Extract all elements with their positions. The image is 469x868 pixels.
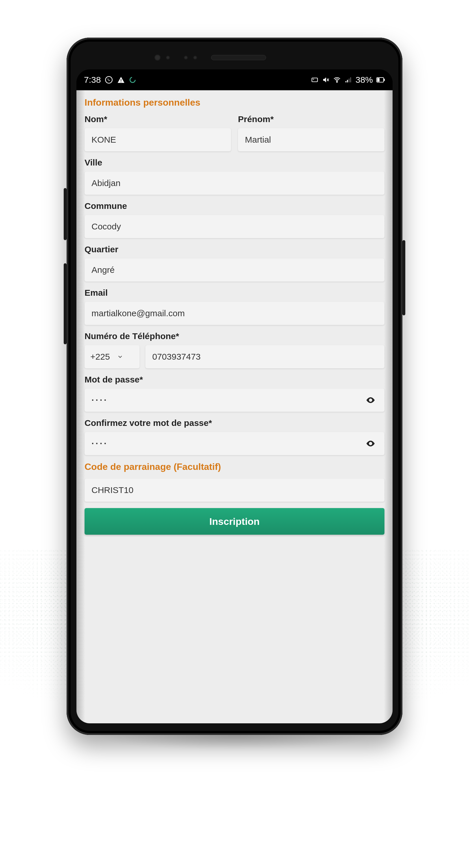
quartier-input[interactable] bbox=[91, 265, 378, 275]
password-confirm-field[interactable]: ···· bbox=[85, 432, 384, 455]
password-confirm-mask: ···· bbox=[91, 439, 108, 448]
volume-down-button bbox=[64, 263, 66, 344]
label-password-confirm: Confirmez votre mot de passe* bbox=[85, 418, 384, 428]
commune-input[interactable] bbox=[91, 222, 378, 231]
commune-field[interactable] bbox=[85, 215, 384, 238]
prenom-input[interactable] bbox=[245, 135, 378, 145]
phone-input[interactable] bbox=[152, 352, 378, 362]
power-button bbox=[403, 240, 405, 315]
chevron-down-icon bbox=[117, 353, 123, 360]
svg-rect-12 bbox=[350, 77, 351, 82]
svg-point-17 bbox=[370, 443, 372, 444]
toggle-password-confirm-visibility-icon[interactable] bbox=[363, 437, 378, 451]
country-code-value: +225 bbox=[90, 352, 110, 362]
status-bar: 7:38 bbox=[77, 69, 392, 90]
mute-icon bbox=[322, 76, 329, 84]
email-input[interactable] bbox=[91, 308, 378, 318]
svg-rect-2 bbox=[121, 82, 121, 82]
label-telephone: Numéro de Téléphone* bbox=[85, 331, 384, 341]
svg-rect-9 bbox=[345, 81, 346, 82]
section-title-referral: Code de parrainage (Facultatif) bbox=[85, 462, 384, 472]
whatsapp-icon bbox=[105, 76, 113, 84]
label-prenom: Prénom* bbox=[238, 114, 384, 124]
quartier-field[interactable] bbox=[85, 258, 384, 281]
sensor-icon bbox=[166, 56, 170, 60]
warning-icon bbox=[117, 76, 125, 84]
battery-percent: 38% bbox=[355, 75, 373, 85]
password-mask: ···· bbox=[91, 395, 108, 405]
submit-button[interactable]: Inscription bbox=[85, 508, 384, 535]
prenom-field[interactable] bbox=[238, 128, 384, 151]
earpiece-speaker bbox=[211, 55, 266, 60]
svg-rect-1 bbox=[121, 79, 121, 81]
label-nom: Nom* bbox=[85, 114, 231, 124]
phone-screen: 7:38 bbox=[77, 69, 392, 723]
svg-rect-4 bbox=[312, 78, 318, 82]
label-email: Email bbox=[85, 288, 384, 298]
svg-point-8 bbox=[336, 81, 337, 82]
password-field[interactable]: ···· bbox=[85, 389, 384, 412]
svg-rect-5 bbox=[313, 79, 314, 80]
ville-field[interactable] bbox=[85, 172, 384, 195]
ville-input[interactable] bbox=[91, 178, 378, 188]
svg-point-0 bbox=[106, 76, 112, 83]
section-title-personal: Informations personnelles bbox=[85, 97, 384, 108]
email-field[interactable] bbox=[85, 302, 384, 325]
phone-top-hardware bbox=[66, 48, 403, 68]
card-icon bbox=[311, 76, 319, 84]
svg-rect-10 bbox=[347, 80, 348, 83]
svg-point-16 bbox=[370, 399, 372, 401]
toggle-password-visibility-icon[interactable] bbox=[363, 393, 378, 407]
signal-icon bbox=[345, 76, 352, 84]
nom-field[interactable] bbox=[85, 128, 231, 151]
status-time: 7:38 bbox=[84, 75, 101, 85]
phone-frame: 7:38 bbox=[66, 38, 403, 735]
referral-field[interactable] bbox=[85, 478, 384, 502]
label-ville: Ville bbox=[85, 158, 384, 167]
referral-input[interactable] bbox=[91, 485, 378, 495]
front-camera-icon bbox=[154, 54, 161, 61]
svg-rect-15 bbox=[384, 79, 385, 81]
volume-up-button bbox=[64, 188, 66, 240]
label-quartier: Quartier bbox=[85, 245, 384, 254]
svg-rect-11 bbox=[349, 79, 349, 83]
battery-icon bbox=[376, 77, 385, 83]
country-code-select[interactable]: +225 bbox=[85, 345, 140, 368]
sensor-icon bbox=[184, 56, 188, 60]
svg-point-3 bbox=[130, 77, 135, 83]
app-status-icon bbox=[129, 76, 136, 83]
sensor-icon bbox=[193, 56, 197, 60]
label-password: Mot de passe* bbox=[85, 375, 384, 384]
app-content[interactable]: Informations personnelles Nom* Prénom* V… bbox=[77, 90, 392, 723]
submit-label: Inscription bbox=[209, 516, 260, 527]
phone-field[interactable] bbox=[145, 345, 384, 368]
svg-rect-14 bbox=[377, 78, 380, 82]
label-commune: Commune bbox=[85, 201, 384, 211]
wifi-icon bbox=[333, 76, 341, 84]
nom-input[interactable] bbox=[91, 135, 224, 145]
